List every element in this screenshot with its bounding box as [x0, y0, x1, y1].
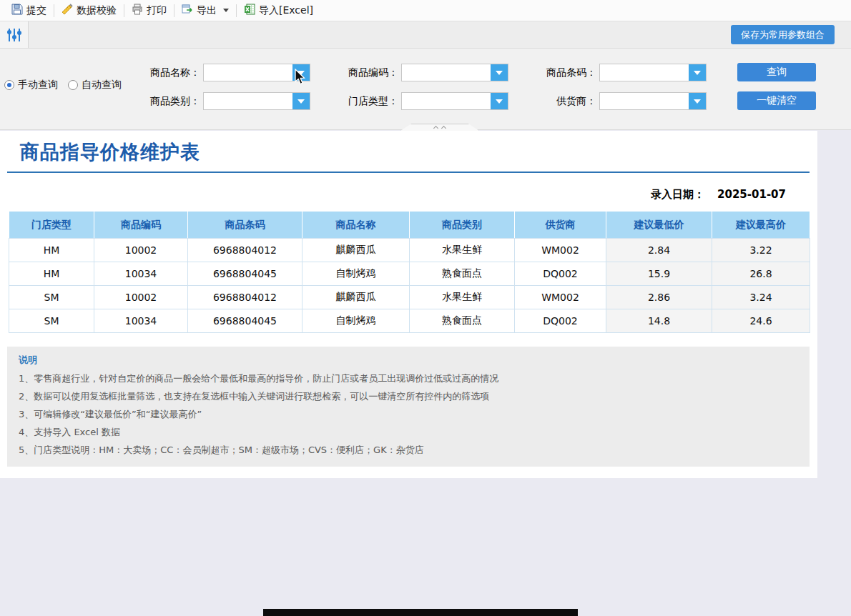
params-bar: 保存为常用参数组合: [0, 21, 851, 49]
supplier-dropdown-button[interactable]: [689, 93, 706, 109]
table-header-row: 门店类型 商品编码 商品条码 商品名称 商品类别 供货商 建议最低价 建议最高价: [9, 212, 810, 239]
toolbar-separator: [236, 4, 237, 17]
cell-product-barcode: 6968804012: [188, 286, 302, 309]
entry-date-row: 录入日期： 2025-01-07: [651, 188, 786, 202]
cell-product-name: 自制烤鸡: [302, 262, 410, 286]
price-table: 门店类型 商品编码 商品条码 商品名称 商品类别 供货商 建议最低价 建议最高价…: [9, 211, 810, 333]
store-type-dropdown-button[interactable]: [491, 93, 508, 109]
table-row: HM 10002 6968804012 麒麟西瓜 水果生鲜 WM002 2.84…: [9, 239, 810, 262]
cell-max-price[interactable]: 26.8: [712, 262, 810, 286]
print-button[interactable]: 打印: [126, 1, 172, 20]
combo-product-barcode: [599, 64, 707, 81]
product-code-label: 商品编码：: [334, 64, 398, 81]
save-icon: [11, 4, 23, 17]
note-line-1: 1、零售商超行业，针对自定价的商品一般会给个最低和最高的指导价，防止门店或者员工…: [19, 369, 798, 387]
cell-max-price[interactable]: 3.24: [712, 286, 810, 309]
product-code-input[interactable]: [402, 64, 491, 81]
cell-supplier: DQ002: [515, 262, 606, 286]
supplier-input[interactable]: [600, 93, 689, 109]
store-type-label: 门店类型：: [334, 92, 398, 110]
cell-product-barcode: 6968804045: [188, 262, 302, 286]
col-product-code: 商品编码: [94, 212, 188, 239]
cell-supplier: WM002: [515, 286, 606, 309]
import-label: 导入[Excel]: [259, 4, 313, 17]
col-product-name: 商品名称: [302, 212, 410, 239]
cell-product-category: 水果生鲜: [410, 286, 515, 309]
print-label: 打印: [147, 4, 167, 17]
note-line-3: 3、可编辑修改“建议最低价”和“建议最高价”: [19, 405, 798, 423]
table-row: SM 10034 6968804045 自制烤鸡 熟食面点 DQ002 14.8…: [9, 309, 810, 333]
cell-min-price[interactable]: 15.9: [606, 262, 712, 286]
printer-icon: [132, 4, 143, 17]
cell-min-price[interactable]: 2.84: [606, 239, 712, 262]
product-category-input[interactable]: [204, 93, 292, 109]
col-product-category: 商品类别: [410, 212, 515, 239]
note-line-5: 5、门店类型说明：HM：大卖场；CC：会员制超市；SM：超级市场；CVS：便利店…: [19, 441, 798, 459]
cell-product-category: 熟食面点: [410, 262, 515, 286]
validate-icon: [62, 4, 73, 17]
cell-product-category: 熟食面点: [410, 309, 515, 333]
product-barcode-input[interactable]: [600, 64, 689, 81]
query-panel: 手动查询 自动查询 商品名称： 商品编码： 商品条码： 查询 商品类别： 门店类…: [0, 49, 851, 130]
query-mode-group: 手动查询 自动查询: [4, 79, 122, 91]
radio-manual-query[interactable]: 手动查询: [4, 79, 58, 91]
chevron-up-icon: [433, 126, 438, 131]
chevron-up-icon: [441, 126, 446, 131]
submit-button[interactable]: 提交: [6, 1, 52, 20]
report-content: 商品指导价格维护表 录入日期： 2025-01-07 门店类型 商品编码 商品条…: [0, 131, 817, 478]
product-barcode-label: 商品条码：: [532, 64, 596, 81]
table-row: HM 10034 6968804045 自制烤鸡 熟食面点 DQ002 15.9…: [9, 262, 810, 286]
export-button[interactable]: 导出: [176, 1, 235, 20]
product-name-input[interactable]: [204, 64, 292, 81]
chevron-down-icon: [297, 99, 305, 104]
product-code-dropdown-button[interactable]: [491, 64, 508, 81]
radio-auto-query[interactable]: 自动查询: [68, 79, 122, 91]
import-excel-button[interactable]: 导入[Excel]: [238, 1, 319, 20]
filter-params-button[interactable]: [0, 21, 29, 48]
product-category-dropdown-button[interactable]: [292, 93, 310, 109]
col-max-price: 建议最高价: [712, 212, 810, 239]
radio-checked-icon: [4, 80, 14, 90]
cell-store-type: SM: [9, 309, 94, 333]
chevron-down-icon: [496, 99, 503, 104]
cell-product-code: 10002: [94, 286, 188, 309]
bottom-dark-bar: [263, 609, 578, 616]
chevron-down-icon: [694, 71, 701, 75]
cell-min-price[interactable]: 2.86: [606, 286, 712, 309]
combo-supplier: [599, 92, 707, 110]
entry-date-label: 录入日期：: [651, 188, 704, 202]
save-common-params-button[interactable]: 保存为常用参数组合: [731, 25, 835, 44]
sliders-icon: [6, 27, 22, 43]
product-name-label: 商品名称：: [136, 64, 200, 81]
cell-max-price[interactable]: 24.6: [712, 309, 810, 333]
note-line-2: 2、数据可以使用复选框批量筛选，也支持在复选框中输入关键词进行联想检索，可以一键…: [19, 387, 798, 405]
chevron-down-icon: [297, 71, 305, 75]
notes-panel: 说明 1、零售商超行业，针对自定价的商品一般会给个最低和最高的指导价，防止门店或…: [7, 347, 810, 467]
auto-query-label: 自动查询: [82, 79, 122, 91]
export-dropdown-caret-icon: [223, 9, 229, 12]
panel-collapse-handle[interactable]: [400, 124, 479, 131]
cell-store-type: HM: [9, 262, 94, 286]
notes-heading: 说明: [19, 354, 798, 367]
page-title: 商品指导价格维护表: [20, 139, 200, 165]
cell-max-price[interactable]: 3.22: [712, 239, 810, 262]
product-barcode-dropdown-button[interactable]: [689, 64, 706, 81]
cell-product-code: 10002: [94, 239, 188, 262]
combo-product-code: [401, 64, 508, 81]
cell-product-code: 10034: [94, 262, 188, 286]
radio-unchecked-icon: [68, 80, 78, 90]
cell-product-barcode: 6968804045: [188, 309, 302, 333]
store-type-input[interactable]: [402, 93, 491, 109]
col-store-type: 门店类型: [9, 212, 94, 239]
note-line-4: 4、支持导入 Excel 数据: [19, 423, 798, 441]
supplier-label: 供货商：: [532, 92, 596, 110]
toolbar-separator: [124, 4, 124, 17]
cell-supplier: WM002: [515, 239, 606, 262]
clear-all-button[interactable]: 一键清空: [737, 91, 816, 110]
product-name-dropdown-button[interactable]: [292, 64, 310, 81]
cell-product-code: 10034: [94, 309, 188, 333]
data-validate-button[interactable]: 数据校验: [56, 1, 122, 20]
cell-product-name: 自制烤鸡: [302, 309, 410, 333]
cell-min-price[interactable]: 14.8: [606, 309, 712, 333]
search-button[interactable]: 查询: [737, 63, 816, 81]
